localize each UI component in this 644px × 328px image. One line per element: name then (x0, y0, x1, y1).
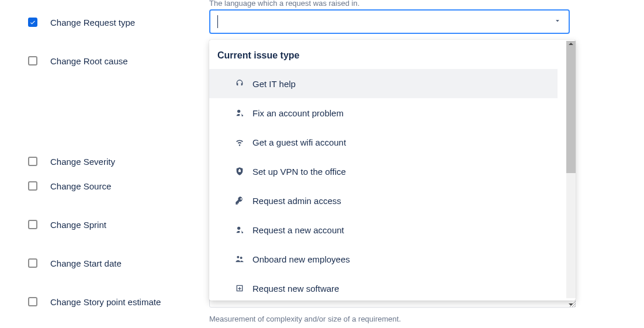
checkbox-label: Change Story point estimate (50, 297, 161, 307)
dropdown-item-admin-access[interactable]: Request admin access (209, 186, 558, 215)
request-type-dropdown: Current issue type Get IT help Fix an ac… (209, 40, 576, 301)
dropdown-item-label: Get IT help (252, 79, 296, 89)
dropdown-item-new-account[interactable]: Request a new account (209, 215, 558, 244)
checkbox-change-sprint[interactable] (28, 220, 37, 229)
request-type-select[interactable] (209, 9, 570, 34)
dropdown-item-get-it-help[interactable]: Get IT help (209, 69, 558, 98)
dropdown-item-label: Request new software (252, 284, 339, 294)
checkbox-change-root-cause[interactable] (28, 56, 37, 65)
checkbox-label: Change Request type (50, 18, 135, 27)
resize-handle-icon[interactable] (569, 299, 576, 306)
checkbox-label: Change Root cause (50, 56, 128, 66)
checkbox-change-severity[interactable] (28, 157, 37, 166)
dropdown-item-label: Get a guest wifi account (252, 137, 346, 147)
checkbox-change-source[interactable] (28, 181, 37, 191)
dropdown-item-guest-wifi[interactable]: Get a guest wifi account (209, 127, 558, 157)
wifi-icon (235, 137, 244, 147)
checkbox-row: Change Sprint (28, 217, 192, 232)
chevron-down-icon (553, 17, 562, 27)
scroll-up-icon[interactable] (568, 39, 574, 45)
dropdown-item-label: Fix an account problem (252, 108, 344, 118)
dropdown-item-label: Request admin access (252, 196, 341, 206)
checkbox-row: Change Request type (28, 15, 192, 29)
person-gear-icon (235, 108, 244, 118)
dropdown-item-vpn[interactable]: Set up VPN to the office (209, 157, 558, 186)
dropdown-item-label: Request a new account (252, 225, 344, 235)
checkbox-row: Change Source (28, 179, 192, 193)
headset-icon (235, 79, 244, 88)
dropdown-item-new-software[interactable]: Request new software (209, 274, 558, 301)
text-cursor (217, 15, 218, 28)
scrollbar-thumb[interactable] (566, 41, 576, 173)
checkbox-row: Change Start date (28, 256, 192, 270)
checkbox-change-start-date[interactable] (28, 258, 37, 268)
dropdown-item-label: Onboard new employees (252, 254, 350, 264)
checkbox-label: Change Source (50, 181, 111, 191)
check-icon (29, 19, 36, 26)
field-help-language: The language which a request was raised … (209, 0, 359, 8)
checkbox-change-request-type[interactable] (28, 18, 37, 27)
field-help-story-points: Measurement of complexity and/or size of… (209, 315, 401, 323)
add-app-icon (235, 284, 244, 293)
checkbox-row: Change Story point estimate (28, 295, 192, 309)
dropdown-item-label: Set up VPN to the office (252, 167, 346, 177)
checkbox-label: Change Start date (50, 258, 122, 268)
dropdown-section-header: Current issue type (209, 40, 558, 69)
person-gear-icon (235, 225, 244, 234)
key-icon (235, 196, 244, 205)
dropdown-item-onboard[interactable]: Onboard new employees (209, 244, 558, 274)
shield-icon (235, 167, 244, 176)
dropdown-item-fix-account[interactable]: Fix an account problem (209, 98, 558, 127)
checkbox-row: Change Root cause (28, 54, 192, 68)
checkbox-label: Change Sprint (50, 220, 106, 230)
people-icon (235, 254, 244, 264)
checkbox-row: Change Severity (28, 154, 192, 168)
checkbox-label: Change Severity (50, 157, 115, 167)
checkbox-change-story-point-estimate[interactable] (28, 297, 37, 306)
